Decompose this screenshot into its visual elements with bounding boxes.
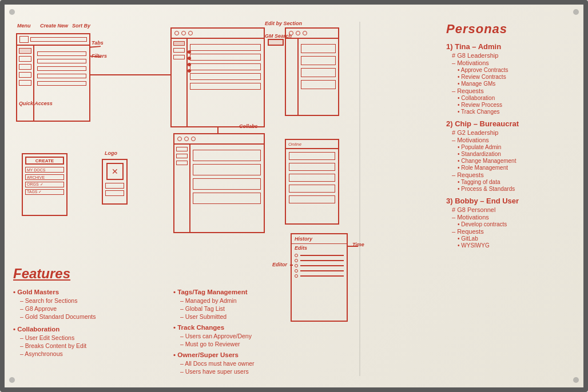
corner-screw-tl: [9, 9, 15, 15]
label-quick-access: Quick Access: [19, 101, 53, 106]
feature-gold-masters: • Gold Masters: [13, 289, 162, 295]
persona-chip-name: 2) Chip – Bureaucrat: [446, 119, 572, 128]
features-right-col: • Tags/Tag Management – Managed by Admin…: [173, 289, 322, 376]
feature-owner: • Owner/Super Users: [173, 351, 322, 358]
label-tabs: Tabs: [92, 40, 104, 46]
feature-sub-reviewer: – Must go to Reviewer: [180, 341, 322, 347]
persona-tina-requests-label: – Requests: [452, 87, 572, 94]
wireframe-logo-icon: ✕: [102, 159, 128, 205]
wireframe-doc-main: [170, 27, 265, 127]
divider-vertical: [359, 22, 360, 376]
features-left-col: • Gold Masters – Search for Sections – G…: [13, 289, 162, 376]
persona-tina-r1: • Collaboration: [458, 95, 572, 101]
persona-chip-motivations-label: – Motivations: [452, 137, 572, 143]
persona-bobby-name: 3) Bobby – End User: [446, 197, 572, 205]
label-edit-by-section: Edit by Section: [265, 21, 302, 26]
persona-chip-r1: • Tagging of data: [458, 179, 572, 185]
label-create-new: Create New: [40, 23, 68, 29]
persona-tina-name: 1) Tina – Admin: [446, 42, 572, 51]
connector-line: [89, 46, 101, 47]
persona-chip: 2) Chip – Bureaucrat # G2 Leadership – M…: [446, 119, 572, 192]
label-menu: Menu: [17, 23, 31, 29]
corner-screw-bl: [9, 377, 15, 383]
label-history: History: [292, 234, 347, 244]
corner-screw-br: [573, 377, 579, 383]
personas-section: Personas 1) Tina – Admin # G8 Leadership…: [446, 22, 572, 253]
whiteboard: Menu Create New Sort By Tabs Filters Qui…: [0, 0, 588, 392]
label-sort-by: Sort By: [72, 23, 90, 29]
feature-sub-gold-std: – Gold Standard Documents: [20, 313, 162, 320]
wireframe-sidebar-component: CREATE MY DOCS ARCHIVE ORGS ✓ TAGS ✓: [22, 153, 67, 216]
label-logo: Logo: [105, 150, 117, 156]
persona-bobby-r1: • GitLab: [458, 235, 572, 242]
features-section: Features • Gold Masters – Search for Sec…: [13, 266, 322, 376]
persona-tina-m1: • Approve Contracts: [458, 67, 572, 73]
persona-tina-motivations-label: – Motivations: [452, 59, 572, 66]
wireframe-main-nav: [16, 33, 90, 122]
label-time: Time: [352, 242, 364, 247]
persona-bobby-m1: • Develop contracts: [458, 221, 572, 227]
wireframe-collabs: [173, 133, 265, 233]
connector-time: [348, 246, 358, 247]
feature-tags: • Tags/Tag Management: [173, 289, 322, 295]
persona-chip-m3: • Change Management: [458, 158, 572, 164]
label-collabs: Collabs: [239, 123, 258, 129]
label-gm-search: GM Search: [265, 33, 292, 39]
persona-chip-role: # G2 Leadership: [452, 129, 572, 136]
persona-chip-m4: • Role Management: [458, 165, 572, 171]
personas-title: Personas: [446, 22, 572, 37]
persona-tina-r2: • Review Process: [458, 102, 572, 108]
wireframe-doc-side: [285, 27, 339, 116]
feature-track-changes: • Track Changes: [173, 324, 322, 331]
persona-tina-role: # G8 Leadership: [452, 52, 572, 59]
connector-h1: [90, 74, 172, 75]
wireframe-online: Online: [285, 139, 339, 225]
persona-tina-m2: • Review Contracts: [458, 74, 572, 80]
feature-sub-user-edit: – User Edit Sections: [20, 334, 162, 341]
features-title: Features: [13, 266, 322, 282]
feature-sub-all-docs: – All Docs must have owner: [180, 360, 322, 367]
persona-bobby-motivations-label: – Motivations: [452, 214, 572, 221]
feature-sub-g8: – G8 Approve: [20, 305, 162, 312]
persona-tina-r3: • Track Changes: [458, 109, 572, 115]
persona-bobby-r2: • WYSIWYG: [458, 242, 572, 249]
feature-sub-search: – Search for Sections: [20, 297, 162, 304]
connector-v1: [217, 127, 218, 134]
feature-sub-breaks: – Breaks Content by Edit: [20, 342, 162, 349]
feature-sub-admin: – Managed by Admin: [180, 297, 322, 304]
feature-sub-user-sub: – User Submitted: [180, 313, 322, 320]
wireframe-search-bar: [268, 39, 284, 46]
persona-bobby-role: # G8 Personnel: [452, 206, 572, 213]
persona-chip-requests-label: – Requests: [452, 171, 572, 178]
persona-chip-r2: • Process & Standards: [458, 186, 572, 192]
persona-bobby: 3) Bobby – End User # G8 Personnel – Mot…: [446, 197, 572, 249]
persona-bobby-requests-label: – Requests: [452, 228, 572, 235]
label-edits: Edits: [292, 244, 347, 252]
corner-screw-tr: [573, 9, 579, 15]
persona-tina: 1) Tina – Admin # G8 Leadership – Motiva…: [446, 42, 572, 115]
feature-collaboration: • Collaboration: [13, 326, 162, 333]
feature-sub-async: – Asynchronous: [20, 350, 162, 357]
persona-tina-m3: • Manage GMs: [458, 81, 572, 87]
persona-chip-m2: • Standardization: [458, 151, 572, 157]
feature-sub-approve-deny: – Users can Approve/Deny: [180, 333, 322, 339]
feature-sub-global-tag: – Global Tag List: [180, 305, 322, 312]
feature-sub-super-users: – Users have super users: [180, 368, 322, 375]
persona-chip-m1: • Populate Admin: [458, 144, 572, 150]
